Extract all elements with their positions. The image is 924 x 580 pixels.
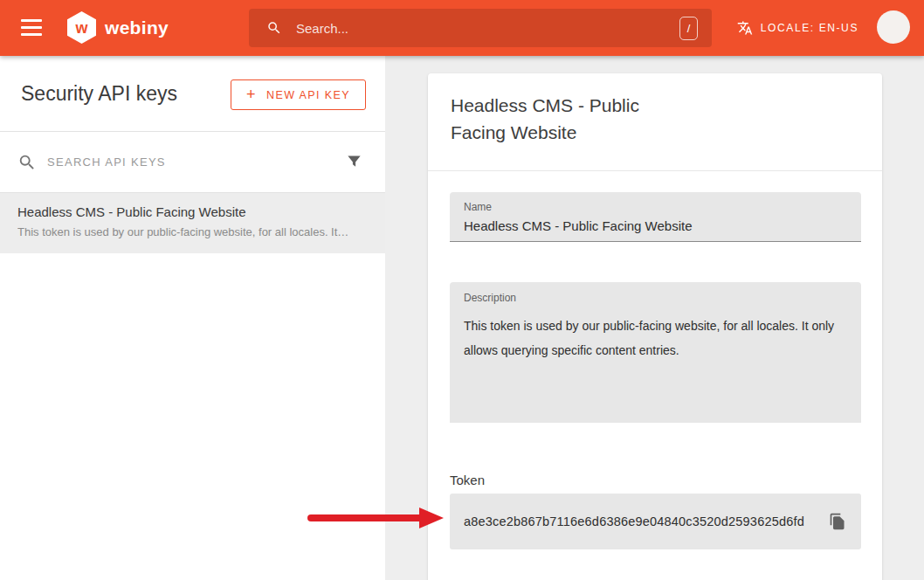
logo-wordmark: webiny	[105, 17, 169, 38]
page-title: Security API keys	[21, 82, 177, 106]
description-field-value: This token is used by our public-facing …	[464, 314, 847, 362]
new-api-key-button[interactable]: + NEW API KEY	[231, 79, 366, 110]
filter-icon	[346, 154, 362, 170]
detail-title: Headless CMS - Public Facing Website	[451, 92, 688, 146]
detail-card-body: Name Headless CMS - Public Facing Websit…	[428, 192, 882, 549]
webiny-admin-page: w webiny / LOCALE: EN-US Security API ke…	[0, 0, 924, 580]
user-avatar[interactable]	[877, 10, 910, 44]
webiny-logo[interactable]: w webiny	[67, 11, 169, 44]
menu-button[interactable]	[21, 19, 42, 36]
logo-letter: w	[75, 20, 87, 36]
search-api-keys-input[interactable]	[47, 155, 335, 169]
list-item-title: Headless CMS - Public Facing Website	[17, 204, 380, 219]
api-key-detail-card: Headless CMS - Public Facing Website Nam…	[428, 73, 882, 580]
filter-button[interactable]	[346, 154, 362, 170]
locale-label: LOCALE: EN-US	[761, 22, 858, 34]
webiny-hexagon-icon: w	[67, 11, 96, 44]
token-label: Token	[450, 473, 861, 487]
name-field-label: Name	[464, 201, 847, 213]
plus-icon: +	[246, 86, 257, 102]
panel-header: Security API keys + NEW API KEY	[0, 56, 385, 132]
description-field[interactable]: Description This token is used by our pu…	[450, 282, 861, 423]
list-item-description: This token is used by our public-facing …	[17, 225, 380, 238]
api-key-list-item[interactable]: Headless CMS - Public Facing Website Thi…	[0, 193, 385, 253]
detail-area: Headless CMS - Public Facing Website Nam…	[385, 56, 924, 580]
description-field-label: Description	[464, 292, 847, 304]
top-app-bar: w webiny / LOCALE: EN-US	[0, 0, 924, 56]
search-icon	[266, 20, 282, 36]
copy-token-button[interactable]	[821, 505, 854, 538]
name-field-value: Headless CMS - Public Facing Website	[464, 218, 847, 233]
global-search: /	[249, 9, 712, 47]
name-field[interactable]: Name Headless CMS - Public Facing Websit…	[450, 192, 861, 242]
global-search-input[interactable]	[296, 21, 679, 36]
translate-icon	[737, 20, 753, 36]
new-api-key-label: NEW API KEY	[266, 89, 350, 101]
menu-icon	[21, 33, 42, 36]
slash-shortcut-badge: /	[679, 17, 698, 40]
search-icon	[17, 153, 37, 172]
locale-selector[interactable]: LOCALE: EN-US	[737, 0, 858, 56]
token-value: a8e3ce2b867b7116e6d6386e9e04840c3520d259…	[464, 514, 821, 528]
copy-icon	[829, 513, 846, 530]
menu-icon	[21, 19, 42, 22]
token-field: a8e3ce2b867b7116e6d6386e9e04840c3520d259…	[450, 494, 861, 549]
api-keys-panel: Security API keys + NEW API KEY Headless…	[0, 56, 385, 580]
menu-icon	[21, 26, 42, 29]
api-keys-search-row	[0, 132, 385, 193]
detail-card-header: Headless CMS - Public Facing Website	[428, 73, 882, 171]
